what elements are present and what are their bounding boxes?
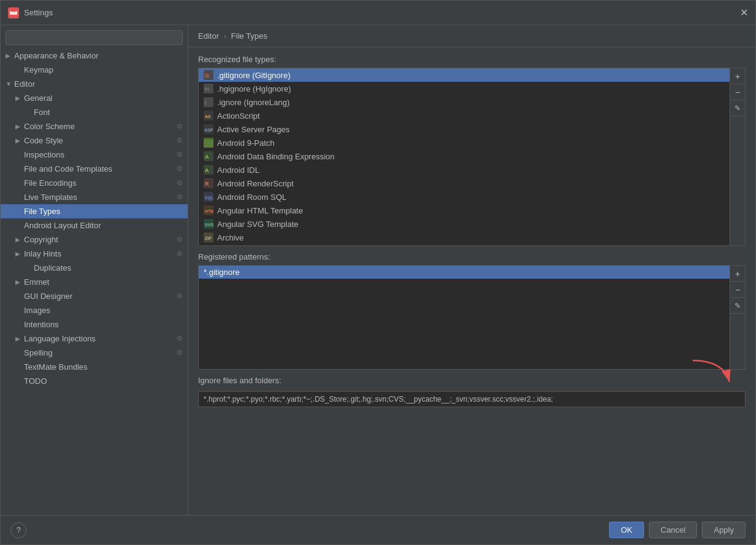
sidebar-item-label: Inlay Hints (24, 249, 62, 258)
ignore-section: Ignore files and folders: (198, 376, 746, 407)
sidebar-item-label: File Types (24, 207, 60, 216)
arrow-icon (15, 250, 23, 257)
sidebar-item-appearance[interactable]: Appearance & Behavior (1, 49, 188, 63)
list-item[interactable]: ASP Active Server Pages (199, 122, 730, 136)
breadcrumb-current: File Types (231, 31, 268, 41)
help-button[interactable]: ? (10, 522, 26, 538)
close-button[interactable]: ✕ (740, 8, 748, 18)
patterns-side-buttons: + − ✎ (730, 265, 746, 370)
list-item[interactable]: R Android RenderScript (199, 177, 730, 190)
list-item[interactable]: AS ActionScript (199, 109, 730, 122)
sidebar-item-codestyle[interactable]: Code Style ⚙ (1, 133, 188, 148)
sidebar-item-label: Android Layout Editor (24, 221, 101, 230)
edit-pattern-button[interactable]: ✎ (730, 298, 745, 314)
list-item[interactable]: Android 9-Patch (199, 136, 730, 149)
list-item[interactable]: H .hgignore (HgIgnore) (199, 82, 730, 95)
list-item-label: Android IDL (217, 165, 260, 175)
sidebar-item-emmet[interactable]: Emmet (1, 275, 188, 289)
config-icon: ⚙ (177, 335, 183, 343)
sidebar-item-label: Appearance & Behavior (14, 51, 98, 60)
list-item[interactable]: I .ignore (IgnoreLang) (199, 95, 730, 109)
list-item[interactable]: *.gitignore (199, 266, 730, 279)
sidebar-item-label: File Encodings (24, 178, 76, 188)
registered-section: Registered patterns: *.gitignore + − ✎ (198, 252, 746, 370)
edit-file-type-button[interactable]: ✎ (730, 100, 745, 116)
sidebar-item-label: Editor (14, 79, 35, 89)
sidebar-item-copyright[interactable]: Copyright ⚙ (1, 233, 188, 247)
list-item[interactable]: SVG Angular SVG Template (199, 217, 730, 231)
sidebar-item-fileandcode[interactable]: File and Code Templates ⚙ (1, 162, 188, 176)
sidebar-item-androidlayout[interactable]: Android Layout Editor (1, 218, 188, 233)
patterns-list[interactable]: *.gitignore (198, 265, 730, 370)
ignore-files-input[interactable] (198, 391, 746, 407)
sidebar-item-label: TODO (24, 376, 47, 386)
svg-text:ZIP: ZIP (205, 236, 212, 241)
breadcrumb: Editor › File Types (188, 25, 755, 47)
file-types-side-buttons: + − ✎ (730, 68, 746, 246)
file-icon: SQL (204, 192, 213, 202)
sidebar-item-fileencodings[interactable]: File Encodings ⚙ (1, 176, 188, 190)
nav-tree: Appearance & Behavior Keymap Editor Gene… (1, 49, 188, 515)
apply-button[interactable]: Apply (702, 522, 746, 538)
list-item-label: Android Room SQL (217, 193, 287, 202)
sidebar-item-inspections[interactable]: Inspections ⚙ (1, 148, 188, 162)
sidebar-item-spelling[interactable]: Spelling ⚙ (1, 346, 188, 360)
cancel-button[interactable]: Cancel (649, 522, 697, 538)
file-icon: I (204, 97, 213, 107)
svg-rect-13 (204, 140, 213, 148)
svg-text:R: R (205, 181, 209, 187)
arrow-icon (15, 95, 23, 101)
file-icon: G (204, 70, 213, 80)
list-item-label: Angular HTML Template (217, 206, 303, 215)
svg-text:I: I (205, 100, 207, 106)
sidebar-item-langinjections[interactable]: Language Injections ⚙ (1, 332, 188, 346)
list-item-label: Android 9-Patch (217, 138, 274, 148)
remove-file-type-button[interactable]: − (730, 84, 745, 100)
sidebar-item-label: File and Code Templates (24, 164, 113, 173)
file-icon: A (204, 165, 213, 175)
list-item[interactable]: ASM Assembler (199, 244, 730, 246)
sidebar-item-keymap[interactable]: Keymap (1, 63, 188, 77)
list-item-label: .ignore (IgnoreLang) (217, 98, 290, 107)
config-icon: ⚙ (177, 236, 183, 244)
svg-text:H: H (205, 86, 209, 92)
sidebar-item-todo[interactable]: TODO (1, 374, 188, 388)
list-item-label: Android Data Binding Expression (217, 152, 335, 161)
sidebar-item-colorscheme[interactable]: Color Scheme ⚙ (1, 119, 188, 133)
sidebar-item-intentions[interactable]: Intentions (1, 317, 188, 332)
list-item-label: Active Server Pages (217, 125, 290, 134)
sidebar-item-inlayhints[interactable]: Inlay Hints ⚙ (1, 247, 188, 261)
list-item[interactable]: ZIP Archive (199, 231, 730, 244)
list-item[interactable]: SQL Android Room SQL (199, 190, 730, 204)
sidebar-item-duplicates[interactable]: Duplicates (1, 261, 188, 275)
file-types-list[interactable]: G .gitignore (GitIgnore) H .hgignore (Hg… (198, 68, 730, 246)
file-icon: H (204, 84, 213, 93)
ok-button[interactable]: OK (609, 522, 644, 538)
file-icon: A (204, 151, 213, 161)
sidebar-item-label: Code Style (24, 136, 63, 145)
sidebar-item-guidesigner[interactable]: GUI Designer ⚙ (1, 289, 188, 303)
list-item[interactable]: A Android Data Binding Expression (199, 149, 730, 163)
list-item[interactable]: A Android IDL (199, 163, 730, 177)
add-pattern-button[interactable]: + (730, 266, 745, 282)
sidebar-item-label: Font (34, 108, 50, 117)
sidebar-item-images[interactable]: Images (1, 303, 188, 317)
remove-pattern-button[interactable]: − (730, 282, 745, 298)
sidebar-item-font[interactable]: Font (1, 105, 188, 119)
svg-text:A: A (205, 167, 209, 173)
main-panel: Editor › File Types Recognized file type… (188, 25, 755, 515)
list-item[interactable]: HTM Angular HTML Template (199, 204, 730, 217)
sidebar-item-textmate[interactable]: TextMate Bundles (1, 360, 188, 374)
list-item[interactable]: G .gitignore (GitIgnore) (199, 68, 730, 82)
config-icon: ⚙ (177, 349, 183, 357)
add-file-type-button[interactable]: + (730, 68, 745, 84)
svg-rect-1 (11, 10, 16, 12)
config-icon: ⚙ (177, 292, 183, 300)
sidebar-item-editor[interactable]: Editor (1, 77, 188, 91)
sidebar-item-filetypes[interactable]: File Types (1, 204, 188, 218)
sidebar-item-general[interactable]: General (1, 91, 188, 105)
svg-text:A: A (205, 154, 209, 160)
sidebar-item-livetemplates[interactable]: Live Templates ⚙ (1, 190, 188, 204)
search-input[interactable] (6, 30, 183, 45)
search-box (1, 25, 188, 49)
